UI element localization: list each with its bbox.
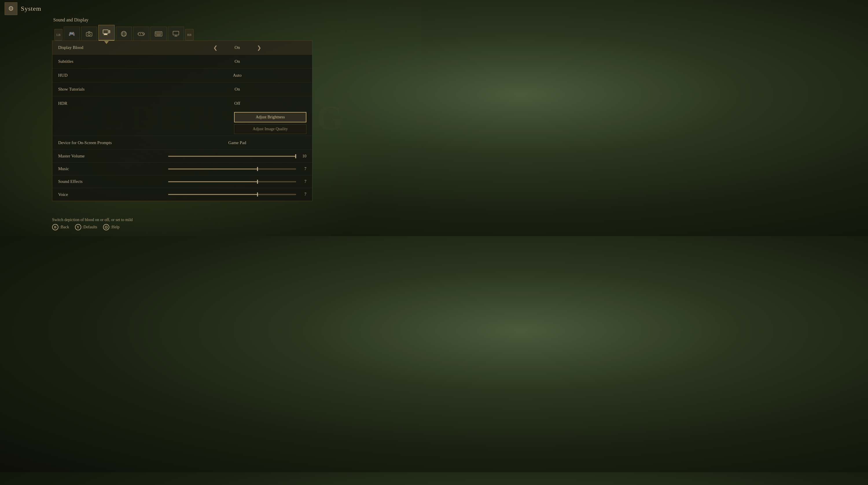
help-button-icon: ⊙ xyxy=(103,224,110,230)
slider-value-music: 7 xyxy=(300,167,306,171)
setting-row-device-prompts[interactable]: Device for On-Screen Prompts Game Pad xyxy=(52,136,312,150)
action-buttons-row: Adjust Brightness Adjust Image Quality xyxy=(52,110,312,136)
defaults-label: :Defaults xyxy=(83,225,97,230)
setting-label-device-prompts: Device for On-Screen Prompts xyxy=(58,140,168,145)
svg-rect-30 xyxy=(156,35,161,35)
setting-row-subtitles[interactable]: Subtitles On xyxy=(52,55,312,68)
setting-value-subtitles: On xyxy=(226,59,249,64)
setting-value-hud: Auto xyxy=(226,73,249,78)
svg-point-16 xyxy=(143,34,144,34)
slider-label-music: Music xyxy=(58,166,168,171)
slider-row-master-volume[interactable]: Master Volume 10 xyxy=(52,150,312,163)
setting-label-subtitles: Subtitles xyxy=(58,59,168,64)
y-button-icon: Y xyxy=(75,224,81,230)
setting-value-area-hud: Auto xyxy=(168,73,306,78)
slider-track-master-volume[interactable] xyxy=(168,156,296,157)
help-bar: Switch depiction of blood on or off, or … xyxy=(52,218,421,230)
svg-rect-26 xyxy=(157,34,158,34)
setting-value-hdr: Off xyxy=(226,101,249,106)
tab-camera[interactable] xyxy=(81,27,97,40)
tab-display[interactable] xyxy=(98,25,115,40)
help-buttons: B :Back Y :Defaults ⊙ :Help xyxy=(52,224,421,230)
svg-rect-27 xyxy=(158,34,159,34)
setting-label-show-tutorials: Show Tutorials xyxy=(58,87,168,92)
slider-thumb-music xyxy=(257,167,258,171)
slider-container-music: 7 xyxy=(168,167,306,171)
slider-label-master-volume: Master Volume xyxy=(58,154,168,159)
page-title: System xyxy=(21,5,41,12)
tab-monitor[interactable] xyxy=(168,27,184,40)
adjust-brightness-button[interactable]: Adjust Brightness xyxy=(234,112,306,122)
slider-container-master-volume: 10 xyxy=(168,154,306,159)
svg-rect-4 xyxy=(103,34,107,35)
slider-container-voice: 7 xyxy=(168,192,306,197)
b-button-icon: B xyxy=(52,224,58,230)
setting-label-hud: HUD xyxy=(58,73,168,78)
svg-rect-3 xyxy=(104,34,107,34)
active-tab-arrow xyxy=(104,41,109,44)
setting-label-hdr: HDR xyxy=(58,101,168,106)
main-container: Sound and Display LB 🎮 xyxy=(52,18,312,201)
slider-container-sound-effects: 7 xyxy=(168,179,306,184)
svg-rect-22 xyxy=(158,32,159,33)
setting-row-show-tutorials[interactable]: Show Tutorials On xyxy=(52,83,312,96)
setting-value-area-subtitles: On xyxy=(168,59,306,64)
help-description: Switch depiction of blood on or off, or … xyxy=(52,218,421,222)
svg-point-15 xyxy=(142,33,143,34)
setting-row-hdr[interactable]: HDR Off xyxy=(52,96,312,110)
arrow-right-display-blood[interactable]: ❯ xyxy=(255,44,264,51)
slider-value-voice: 7 xyxy=(300,192,306,197)
setting-value-area-device-prompts: Game Pad xyxy=(168,140,306,145)
setting-value-device-prompts: Game Pad xyxy=(226,140,249,145)
setting-value-show-tutorials: On xyxy=(226,87,249,92)
tab-bar: LB 🎮 xyxy=(52,25,312,40)
setting-value-area-hdr: Off xyxy=(168,101,306,106)
setting-label-display-blood: Display Blood xyxy=(58,45,168,50)
adjust-image-quality-button[interactable]: Adjust Image Quality xyxy=(234,124,306,134)
help-btn-back[interactable]: B :Back xyxy=(52,224,69,230)
slider-track-voice[interactable] xyxy=(168,194,296,195)
slider-value-master-volume: 10 xyxy=(300,154,306,159)
help-btn-help[interactable]: ⊙ :Help xyxy=(103,224,120,230)
svg-rect-23 xyxy=(159,32,160,33)
svg-rect-25 xyxy=(156,34,157,34)
tab-gamepad[interactable]: 🎮 xyxy=(64,27,80,40)
slider-fill-voice xyxy=(168,194,257,195)
slider-thumb-master-volume xyxy=(296,154,296,158)
svg-rect-2 xyxy=(103,30,108,34)
slider-track-music[interactable] xyxy=(168,169,296,170)
slider-thumb-voice xyxy=(257,192,258,196)
slider-row-sound-effects[interactable]: Sound Effects 7 xyxy=(52,175,312,188)
slider-fill-master-volume xyxy=(168,156,296,156)
slider-label-sound-effects: Sound Effects xyxy=(58,179,168,184)
tab-rb[interactable]: RB xyxy=(185,29,193,40)
tab-keyboard[interactable] xyxy=(151,27,167,40)
help-btn-defaults[interactable]: Y :Defaults xyxy=(75,224,97,230)
header: ⚙ System xyxy=(0,0,421,18)
setting-value-area-show-tutorials: On xyxy=(168,87,306,92)
slider-thumb-sound-effects xyxy=(257,180,258,184)
slider-fill-music xyxy=(168,169,257,169)
settings-panel: Display Blood ❮ On ❯ Subtitles On HUD Au… xyxy=(52,40,312,201)
slider-track-sound-effects[interactable] xyxy=(168,181,296,182)
svg-point-17 xyxy=(137,33,138,34)
setting-value-display-blood: On xyxy=(226,45,249,50)
svg-rect-20 xyxy=(156,32,157,33)
svg-rect-21 xyxy=(157,32,158,33)
arrow-left-display-blood[interactable]: ❮ xyxy=(211,44,220,51)
svg-rect-5 xyxy=(109,30,110,33)
tab-lb[interactable]: LB xyxy=(54,29,62,40)
slider-row-music[interactable]: Music 7 xyxy=(52,163,312,175)
slider-fill-sound-effects xyxy=(168,181,257,182)
section-title: Sound and Display xyxy=(52,18,312,23)
slider-row-voice[interactable]: Voice 7 xyxy=(52,188,312,201)
tab-globe[interactable] xyxy=(116,27,132,40)
svg-rect-28 xyxy=(159,34,160,34)
setting-row-display-blood[interactable]: Display Blood ❮ On ❯ xyxy=(52,41,312,55)
setting-row-hud[interactable]: HUD Auto xyxy=(52,68,312,83)
back-label: :Back xyxy=(60,225,69,230)
svg-rect-29 xyxy=(160,34,161,34)
svg-point-18 xyxy=(144,33,145,34)
tab-controller2[interactable] xyxy=(133,27,149,40)
system-icon: ⚙ xyxy=(5,2,18,15)
